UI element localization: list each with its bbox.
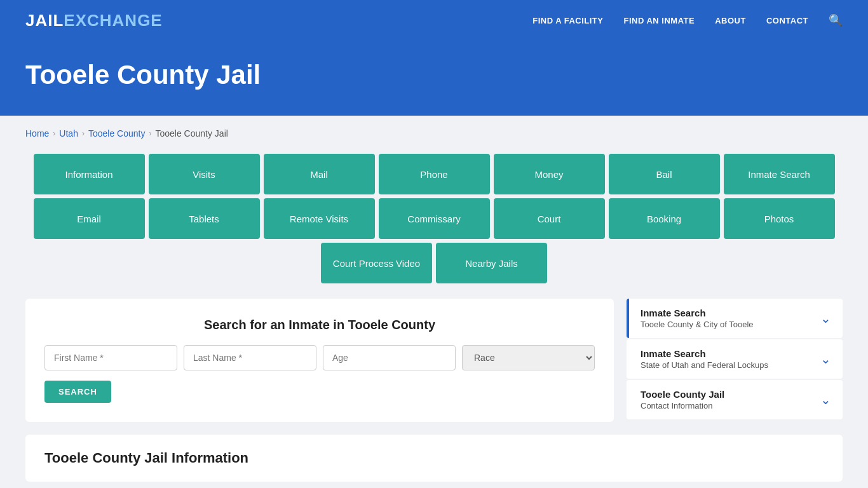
sidebar-item-2[interactable]: Inmate Search State of Utah and Federal … — [627, 339, 843, 379]
breadcrumb-county[interactable]: Tooele County — [88, 128, 146, 139]
header: JAILEXCHANGE FIND A FACILITY FIND AN INM… — [0, 0, 868, 41]
btn-booking[interactable]: Booking — [609, 198, 720, 239]
btn-visits[interactable]: Visits — [149, 154, 260, 194]
btn-remote-visits[interactable]: Remote Visits — [264, 198, 375, 239]
sidebar-item-2-text: Inmate Search State of Utah and Federal … — [641, 348, 768, 370]
btn-money[interactable]: Money — [494, 154, 605, 194]
sidebar-item-1-text: Inmate Search Tooele County & City of To… — [641, 308, 754, 329]
age-input[interactable] — [323, 345, 456, 370]
logo-exchange: EXCHANGE — [64, 11, 162, 30]
btn-nearby-jails[interactable]: Nearby Jails — [436, 243, 547, 283]
sidebar: Inmate Search Tooele County & City of To… — [627, 299, 843, 421]
search-box: Search for an Inmate in Tooele County Ra… — [25, 299, 614, 422]
sidebar-item-1-title: Inmate Search — [641, 308, 754, 318]
btn-commissary[interactable]: Commissary — [379, 198, 490, 239]
sidebar-item-1[interactable]: Inmate Search Tooele County & City of To… — [627, 299, 843, 338]
btn-inmate-search[interactable]: Inmate Search — [724, 154, 835, 194]
first-name-input[interactable] — [44, 345, 177, 370]
last-name-input[interactable] — [184, 345, 316, 370]
hero-section: Tooele County Jail — [0, 41, 868, 116]
btn-mail[interactable]: Mail — [264, 154, 375, 194]
chevron-down-icon-3: ⌄ — [820, 392, 831, 407]
bottom-section: Tooele County Jail Information — [25, 435, 843, 482]
breadcrumb-sep1: › — [53, 129, 55, 138]
nav-find-facility[interactable]: FIND A FACILITY — [532, 16, 603, 25]
sidebar-item-2-sub: State of Utah and Federal Lockups — [641, 360, 768, 370]
sidebar-item-2-title: Inmate Search — [641, 348, 768, 359]
main-layout: Search for an Inmate in Tooele County Ra… — [25, 299, 843, 422]
breadcrumb-sep3: › — [149, 129, 151, 138]
nav-about[interactable]: ABOUT — [715, 16, 746, 25]
search-inputs: Race White Black Hispanic Asian Other — [44, 345, 595, 370]
sidebar-item-3-title: Tooele County Jail — [641, 389, 724, 400]
logo: JAILEXCHANGE — [25, 11, 163, 30]
page-title: Tooele County Jail — [25, 60, 843, 90]
btn-court-process-video[interactable]: Court Process Video — [321, 243, 432, 283]
btn-email[interactable]: Email — [34, 198, 145, 239]
sidebar-item-3[interactable]: Tooele County Jail Contact Information ⌄ — [627, 380, 843, 419]
sidebar-item-1-sub: Tooele County & City of Tooele — [641, 320, 754, 329]
nav-find-inmate[interactable]: FIND AN INMATE — [623, 16, 695, 25]
button-grid: Information Visits Mail Phone Money Bail… — [25, 154, 843, 283]
logo-jail: JAIL — [25, 11, 64, 30]
nav: FIND A FACILITY FIND AN INMATE ABOUT CON… — [532, 13, 843, 27]
btn-photos[interactable]: Photos — [724, 198, 835, 239]
sidebar-item-3-sub: Contact Information — [641, 401, 724, 410]
breadcrumb-current: Tooele County Jail — [155, 128, 227, 139]
breadcrumb-sep2: › — [82, 129, 85, 138]
sidebar-item-3-text: Tooele County Jail Contact Information — [641, 389, 724, 410]
breadcrumb-home[interactable]: Home — [25, 128, 49, 139]
grid-row-3: Court Process Video Nearby Jails — [25, 243, 843, 283]
bottom-title: Tooele County Jail Information — [44, 450, 824, 466]
breadcrumb: Home › Utah › Tooele County › Tooele Cou… — [25, 128, 843, 139]
search-icon-button[interactable]: 🔍 — [829, 13, 843, 27]
search-button[interactable]: SEARCH — [44, 381, 111, 403]
btn-tablets[interactable]: Tablets — [149, 198, 260, 239]
grid-row-2: Email Tablets Remote Visits Commissary C… — [25, 198, 843, 239]
chevron-down-icon-1: ⌄ — [820, 311, 831, 326]
btn-court[interactable]: Court — [494, 198, 605, 239]
race-select[interactable]: Race White Black Hispanic Asian Other — [462, 345, 595, 370]
content-wrapper: Home › Utah › Tooele County › Tooele Cou… — [0, 116, 868, 488]
search-title: Search for an Inmate in Tooele County — [44, 318, 595, 332]
nav-contact[interactable]: CONTACT — [766, 16, 808, 25]
btn-information[interactable]: Information — [34, 154, 145, 194]
grid-row-1: Information Visits Mail Phone Money Bail… — [25, 154, 843, 194]
breadcrumb-utah[interactable]: Utah — [59, 128, 78, 139]
chevron-down-icon-2: ⌄ — [820, 351, 831, 367]
btn-phone[interactable]: Phone — [379, 154, 490, 194]
btn-bail[interactable]: Bail — [609, 154, 720, 194]
